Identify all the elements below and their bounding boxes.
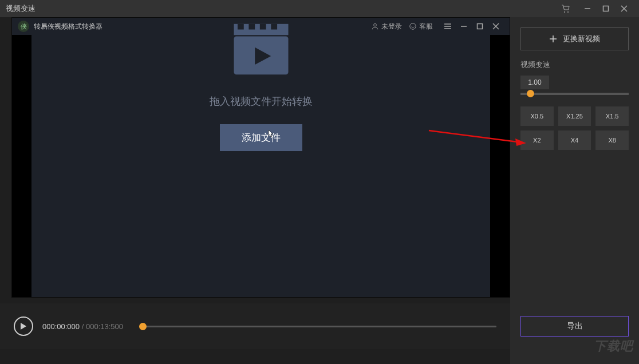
- svg-rect-1: [604, 6, 609, 11]
- export-button[interactable]: 导出: [520, 316, 629, 337]
- speed-preset-x8[interactable]: X8: [595, 130, 629, 150]
- inner-minimize-button[interactable]: [456, 18, 472, 34]
- replace-video-label: 更换新视频: [563, 34, 600, 44]
- speed-slider[interactable]: [520, 93, 629, 95]
- video-black-bar-right: [490, 35, 510, 297]
- inner-maximize-button[interactable]: [472, 18, 488, 34]
- total-time: 000:13:500: [86, 322, 123, 331]
- login-label: 未登录: [381, 22, 402, 31]
- speed-preset-x4[interactable]: X4: [558, 130, 591, 150]
- video-placeholder-icon: [230, 18, 292, 80]
- highlight-circle: [249, 110, 273, 134]
- svg-rect-16: [259, 24, 266, 30]
- svg-point-5: [410, 23, 416, 30]
- svg-rect-17: [271, 24, 277, 30]
- watermark-text: 下载吧: [594, 338, 633, 355]
- video-black-bar-left: [12, 35, 31, 297]
- hamburger-menu-icon[interactable]: [440, 18, 456, 34]
- add-file-button[interactable]: 添加文件: [220, 124, 302, 151]
- time-display: 000:00:000 / 000:13:500: [42, 322, 123, 331]
- outer-titlebar: 视频变速: [0, 0, 639, 17]
- support-button[interactable]: 客服: [409, 22, 433, 31]
- svg-rect-14: [237, 24, 243, 30]
- speed-section-title: 视频变速: [520, 60, 629, 70]
- add-file-label: 添加文件: [242, 132, 281, 143]
- speed-preset-x1-5[interactable]: X1.5: [595, 106, 629, 126]
- svg-rect-15: [249, 24, 255, 30]
- login-button[interactable]: 未登录: [371, 22, 402, 31]
- speed-slider-handle[interactable]: [527, 90, 534, 97]
- replace-video-button[interactable]: 更换新视频: [520, 27, 629, 50]
- speed-preset-x1-25[interactable]: X1.25: [558, 106, 591, 126]
- speed-preset-x2[interactable]: X2: [520, 130, 554, 150]
- current-time: 000:00:000: [42, 322, 80, 331]
- svg-point-4: [374, 23, 377, 26]
- inner-window-title: 转易侠视频格式转换器: [34, 22, 102, 31]
- outer-maximize-button[interactable]: [597, 0, 615, 17]
- play-button[interactable]: [14, 316, 33, 336]
- speed-preset-x0-5[interactable]: X0.5: [520, 106, 554, 126]
- drop-area[interactable]: 拖入视频文件开始转换 添加文件: [35, 35, 487, 151]
- outer-window-title: 视频变速: [6, 3, 36, 14]
- speed-value-display[interactable]: 1.00: [520, 76, 549, 89]
- timeline-slider[interactable]: [139, 326, 496, 327]
- timeline-handle[interactable]: [139, 323, 147, 330]
- app-logo-icon: 侠: [18, 21, 29, 32]
- svg-rect-10: [478, 24, 483, 29]
- outer-minimize-button[interactable]: [578, 0, 597, 17]
- inner-close-button[interactable]: [488, 18, 504, 34]
- outer-close-button[interactable]: [615, 0, 633, 17]
- support-label: 客服: [419, 22, 433, 31]
- svg-marker-20: [21, 323, 26, 330]
- right-sidebar: 更换新视频 视频变速 1.00 X0.5 X1.25 X1.5 X2 X4 X8…: [510, 17, 639, 364]
- player-controls: 000:00:000 / 000:13:500: [0, 303, 510, 349]
- cart-icon[interactable]: [557, 0, 575, 17]
- drop-hint-text: 拖入视频文件开始转换: [210, 94, 313, 108]
